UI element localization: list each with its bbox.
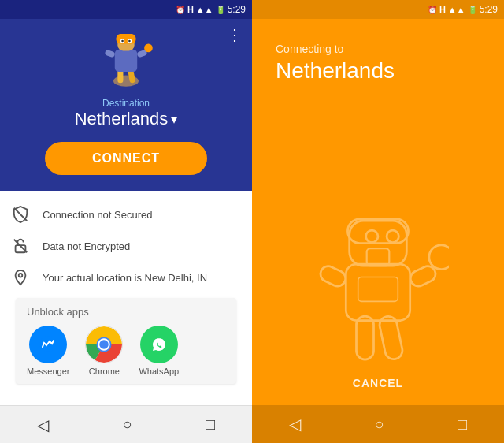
location-status-text: Your actual location is New Delhi, IN	[43, 272, 207, 284]
svg-point-16	[19, 274, 23, 277]
left-status-bar: ⏰ H ▲▲ 🔋 5:29	[0, 0, 252, 19]
svg-point-32	[366, 230, 378, 242]
right-status-time: 5:29	[480, 4, 498, 15]
unblock-title: Unblock apps	[27, 306, 225, 318]
svg-rect-25	[346, 264, 410, 321]
svg-point-21	[100, 340, 109, 349]
svg-rect-3	[115, 50, 137, 72]
no-lock-icon	[9, 235, 32, 257]
right-status-bar: ⏰ H ▲▲ 🔋 5:29	[252, 0, 504, 19]
cancel-area: CANCEL	[252, 377, 504, 405]
encryption-status-text: Data not Encrypted	[43, 240, 130, 252]
right-battery-icon: 🔋	[468, 6, 477, 14]
whatsapp-label: WhatsApp	[139, 367, 179, 376]
right-phone: ⏰ H ▲▲ 🔋 5:29 Connecting to Netherlands	[252, 0, 504, 443]
menu-dots-button[interactable]: ⋮	[227, 25, 243, 44]
connecting-to-label: Connecting to	[276, 43, 343, 55]
right-back-button[interactable]: ◁	[289, 415, 301, 434]
no-shield-icon	[9, 203, 32, 225]
status-item-connection: Connection not Secured	[9, 203, 243, 225]
svg-point-11	[121, 40, 124, 43]
vpn-hero: ⋮ Destination Netherl	[0, 19, 252, 191]
right-alarm-icon: ⏰	[428, 6, 437, 14]
svg-rect-23	[357, 316, 374, 359]
svg-rect-26	[318, 263, 348, 289]
right-nav-bar: ◁ ○ □	[252, 405, 504, 443]
status-time: 5:29	[228, 4, 246, 15]
svg-point-12	[128, 40, 131, 43]
signal-icon: ▲▲	[196, 5, 213, 14]
svg-point-6	[144, 44, 153, 53]
destination-label: Destination	[102, 98, 150, 109]
cancel-button[interactable]: CANCEL	[353, 377, 403, 389]
home-button[interactable]: ○	[122, 415, 132, 434]
left-phone: ⏰ H ▲▲ 🔋 5:29 ⋮	[0, 0, 252, 443]
svg-point-28	[429, 245, 449, 270]
whatsapp-icon	[140, 326, 178, 363]
robot-outline-figure	[307, 203, 449, 377]
destination-name-text: Netherlands	[75, 109, 169, 129]
connecting-content: Connecting to Netherlands	[252, 19, 504, 203]
svg-point-33	[387, 230, 398, 242]
chrome-label: Chrome	[89, 367, 120, 376]
connect-button[interactable]: CONNECT	[45, 142, 207, 175]
chrome-icon	[85, 326, 123, 363]
svg-rect-34	[358, 277, 398, 302]
unblock-apps-section: Unblock apps Messenger	[16, 298, 236, 384]
right-recents-button[interactable]: □	[458, 415, 467, 434]
whatsapp-app-item[interactable]: WhatsApp	[139, 326, 179, 376]
status-item-encryption: Data not Encrypted	[9, 235, 243, 257]
destination-selector[interactable]: Netherlands ▾	[75, 109, 178, 129]
location-icon	[9, 266, 32, 289]
connection-status-text: Connection not Secured	[43, 209, 152, 221]
messenger-app-item[interactable]: Messenger	[27, 326, 69, 376]
svg-rect-8	[117, 34, 136, 43]
left-nav-bar: ◁ ○ □	[0, 405, 252, 443]
svg-rect-4	[104, 50, 115, 58]
dropdown-arrow-icon: ▾	[171, 112, 177, 127]
recents-button[interactable]: □	[206, 415, 215, 434]
right-home-button[interactable]: ○	[374, 415, 384, 434]
chrome-app-item[interactable]: Chrome	[85, 326, 123, 376]
messenger-icon	[29, 326, 67, 363]
back-button[interactable]: ◁	[37, 415, 49, 434]
right-signal-icon: ▲▲	[448, 5, 465, 14]
right-h-indicator: H	[439, 5, 446, 14]
h-indicator: H	[187, 5, 194, 14]
connecting-country: Netherlands	[276, 58, 395, 84]
robot-figure	[94, 28, 158, 91]
alarm-icon: ⏰	[176, 6, 185, 14]
robot-outline-container	[252, 203, 504, 377]
messenger-label: Messenger	[27, 367, 69, 376]
svg-rect-24	[378, 315, 404, 360]
app-icons-row: Messenger	[27, 326, 225, 376]
status-item-location: Your actual location is New Delhi, IN	[9, 266, 243, 289]
battery-icon: 🔋	[216, 6, 225, 14]
status-list: Connection not Secured Data not Encrypte…	[0, 191, 252, 405]
